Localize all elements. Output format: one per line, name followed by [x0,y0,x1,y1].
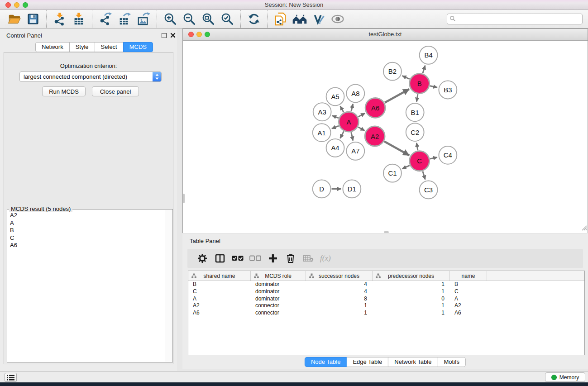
table-cell[interactable]: dominator [251,288,306,295]
graph-node-D[interactable]: D [313,180,331,198]
run-mcds-button[interactable]: Run MCDS [42,86,86,96]
result-list-item[interactable]: A6 [8,242,166,249]
zoom-in-icon[interactable] [163,11,178,27]
export-table-icon[interactable] [117,11,132,27]
graph-node-A1[interactable]: A1 [313,124,331,142]
column-header-shared-name[interactable]: shared name [188,271,251,281]
graph-edge-A-A7[interactable] [351,132,353,140]
network-from-selection-icon[interactable] [273,11,288,27]
graph-edge-A-A3[interactable] [332,116,339,118]
graph-node-A2[interactable]: A2 [365,126,385,146]
graph-edge-B-B1[interactable] [416,94,418,101]
graph-edge-A6-B[interactable] [385,89,409,103]
tab-style[interactable]: Style [69,42,95,52]
graph-node-C4[interactable]: C4 [439,146,457,164]
table-cell[interactable]: 1 [373,288,450,295]
table-row[interactable]: Adominator80A [188,295,584,303]
table-cell[interactable]: 0 [373,295,450,303]
graph-node-D1[interactable]: D1 [343,180,361,198]
graph-node-A3[interactable]: A3 [313,103,331,121]
result-list-item[interactable]: C [8,234,166,242]
column-header-name[interactable]: name [450,271,487,281]
table-row[interactable]: Cdominator41C [188,288,584,295]
table-cell[interactable]: 4 [306,281,373,288]
graph-node-A6[interactable]: A6 [365,98,385,118]
graph-node-B[interactable]: B [410,74,430,94]
home-icon[interactable] [292,11,307,27]
split-view-icon[interactable] [214,253,226,264]
show-hide-details-icon[interactable] [330,11,345,27]
close-panel-button[interactable]: Close panel [92,86,139,96]
table-settings-icon[interactable] [196,253,208,264]
tab-network-table[interactable]: Network Table [388,357,438,367]
graph-edge-B-B3[interactable] [430,86,437,88]
table-cell[interactable]: C [188,288,251,295]
graph-node-C1[interactable]: C1 [383,164,402,182]
tab-motifs[interactable]: Motifs [437,357,466,367]
delete-table-icon[interactable] [302,253,314,264]
graph-edge-A2-C[interactable] [384,142,409,156]
network-canvas[interactable]: B4B2BB3B1A5A8A6A3AA1A2C2A4A7CC4C1C3DD1 [183,41,588,233]
table-cell[interactable]: connector [251,310,306,317]
table-cell[interactable]: C [450,288,487,295]
graph-node-C3[interactable]: C3 [420,181,438,199]
delete-column-icon[interactable] [285,253,296,264]
column-header-successor-nodes[interactable]: successor nodes [306,271,373,281]
graph-edge-B-B4[interactable] [423,66,425,73]
graph-node-A5[interactable]: A5 [326,88,344,106]
table-row[interactable]: A6connector11A6 [188,310,584,317]
task-history-icon[interactable] [5,373,17,382]
graph-node-A8[interactable]: A8 [346,85,364,103]
table-cell[interactable]: A2 [188,302,251,310]
result-list-item[interactable]: A [8,219,166,227]
tab-edge-table[interactable]: Edge Table [346,357,388,367]
graph-node-A7[interactable]: A7 [346,142,364,160]
table-cell[interactable]: A [450,295,487,303]
graph-node-C[interactable]: C [410,151,430,171]
graph-edge-C-C4[interactable] [430,157,437,159]
table-cell[interactable]: A6 [450,310,487,317]
criterion-dropdown[interactable]: largest connected component (directed) [19,71,162,82]
table-cell[interactable]: connector [251,302,306,310]
graph-node-B1[interactable]: B1 [406,103,424,121]
float-panel-icon[interactable] [162,33,167,38]
save-session-icon[interactable] [25,11,41,27]
column-header-predecessor-nodes[interactable]: predecessor nodes [373,271,450,281]
graph-node-C2[interactable]: C2 [406,123,424,141]
close-panel-icon[interactable] [170,33,176,38]
tab-select[interactable]: Select [95,42,124,52]
graph-edge-A-A4[interactable] [340,131,344,138]
tab-network[interactable]: Network [35,42,70,52]
table-cell[interactable]: 1 [373,302,450,310]
table-cell[interactable]: B [188,281,251,288]
graph-edge-A-A6[interactable] [359,113,365,117]
graph-edge-A-A1[interactable] [332,126,339,129]
graph-node-A4[interactable]: A4 [326,139,344,157]
export-image-icon[interactable] [136,11,151,27]
table-cell[interactable]: 1 [373,281,450,288]
table-cell[interactable]: A [188,295,251,303]
table-cell[interactable]: dominator [251,295,306,303]
zoom-out-icon[interactable] [182,11,197,27]
table-cell[interactable]: A2 [450,302,487,310]
table-cell[interactable]: 4 [306,288,373,295]
import-network-icon[interactable] [52,11,67,27]
network-graph[interactable]: B4B2BB3B1A5A8A6A3AA1A2C2A4A7CC4C1C3DD1 [183,41,588,233]
search-input[interactable] [447,14,583,24]
zoom-selected-icon[interactable] [220,11,235,27]
graph-edge-B-B2[interactable] [402,76,410,79]
graph-edge-C-C1[interactable] [402,166,410,169]
deselect-all-checkboxes-icon[interactable] [249,253,261,264]
table-cell[interactable]: B [450,281,487,288]
vertical-scrollbar-thumb[interactable] [183,194,185,203]
function-builder-icon[interactable]: f(x) [320,253,331,264]
graph-edge-A-A2[interactable] [358,127,364,131]
graph-edge-C-C2[interactable] [416,143,418,150]
result-list-item[interactable]: A2 [8,212,166,219]
export-network-icon[interactable] [98,11,113,27]
column-header-MCDS-role[interactable]: MCDS role [251,271,306,281]
add-column-icon[interactable] [267,253,279,264]
zoom-fit-icon[interactable] [201,11,216,27]
import-table-icon[interactable] [71,11,86,27]
refresh-network-icon[interactable] [246,11,262,27]
